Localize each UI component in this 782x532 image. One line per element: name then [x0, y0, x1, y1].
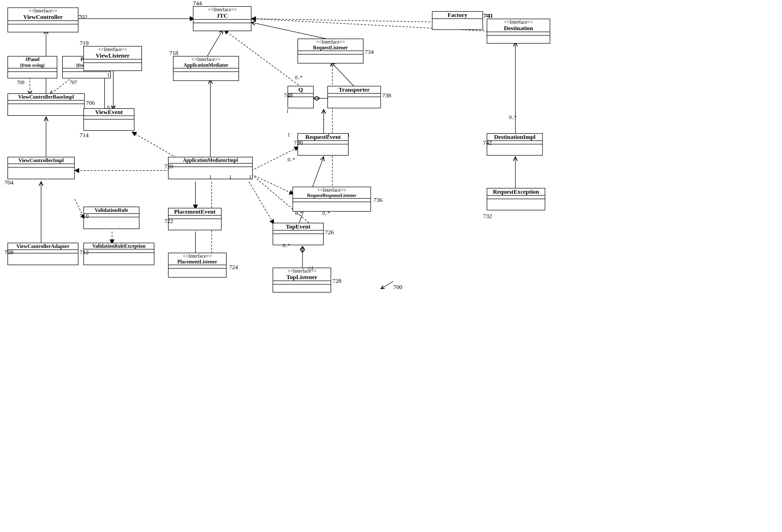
connections-layer: [0, 0, 782, 532]
AppMed-stereotype: <<Interface>>: [174, 57, 239, 62]
ViewListener-name: ViewListener: [84, 52, 141, 59]
multiplicity-0star-g: 0..*: [509, 114, 517, 120]
multiplicity-1f: 1: [347, 132, 350, 138]
PlacementEvent-name: PlacementEvent: [169, 208, 221, 215]
RequestException-name: RequestException: [487, 188, 545, 195]
multiplicity-0star-e: 0..*: [322, 210, 330, 216]
label-744: 744: [193, 0, 202, 7]
multiplicity-0star-f: 0..*: [283, 243, 290, 248]
ValidationRuleException-box: ValidationRuleException: [83, 243, 154, 265]
RequestEvent-name: RequestEvent: [298, 134, 348, 140]
TopEvent-name: TopEvent: [273, 223, 323, 230]
svg-line-3: [50, 77, 72, 95]
label-740: 740: [483, 12, 492, 19]
label-730: 730: [294, 139, 303, 146]
label-712: 712: [80, 249, 88, 256]
JPanel-box: JPanel(from swing): [7, 56, 57, 78]
ViewController-stereotype: <<Interface>>: [8, 8, 78, 14]
ViewControllerBaseImpl-name: ViewControllerBaseImpl: [8, 94, 84, 100]
multiplicity-diamond1: ◇1: [308, 265, 314, 271]
label-706: 706: [86, 100, 95, 106]
svg-line-21: [251, 174, 294, 194]
label-720: 720: [164, 163, 173, 170]
label-738: 738: [382, 92, 391, 99]
uml-diagram: <<Interface>> ViewController 702 JPanel(…: [0, 0, 782, 532]
multiplicity-1c: 1: [322, 108, 325, 114]
AppMedImpl-name: ApplicationMediatorImpl: [169, 157, 252, 163]
label-726: 726: [325, 229, 334, 236]
DestinationImpl-box: DestinationImpl: [487, 133, 543, 155]
label-718: 718: [169, 50, 178, 57]
ReqResListener-box: <<Interface>> RequestResponseListener: [292, 187, 371, 212]
Destination-name: Destination: [487, 25, 550, 32]
svg-line-26: [251, 19, 458, 23]
multiplicity-1e: 1: [327, 132, 330, 138]
ValidationRule-name: ValidationRule: [84, 207, 139, 213]
svg-line-11: [132, 132, 179, 159]
multiplicity-1b: 1: [286, 108, 289, 114]
multiplicity-1d: 1: [288, 132, 290, 138]
multiplicity-0star-d: 0..*: [295, 210, 303, 216]
label-722: 722: [164, 218, 173, 224]
label-719: 719: [80, 40, 88, 46]
TopListener-stereotype: <<Interface>>: [273, 268, 331, 274]
PlacementEvent-box: PlacementEvent: [168, 208, 222, 230]
multiplicity-1h: 1: [229, 174, 232, 180]
Transporter-box: Transporter: [327, 86, 381, 108]
label-742: 742: [483, 139, 492, 146]
multiplicity-1i: 1: [249, 174, 251, 180]
Transporter-name: Transporter: [328, 86, 381, 93]
Destination-stereotype: <<Interface>>: [487, 19, 550, 25]
label-704: 704: [4, 179, 13, 186]
svg-line-16: [331, 62, 355, 87]
RequestListener-box: <<Interface>> RequestListener: [297, 39, 363, 64]
Factory-box: Factory: [432, 11, 483, 30]
TopListener-name: TopListener: [273, 274, 331, 281]
ReqListener-stereotype: <<Interface>>: [298, 39, 363, 45]
label-736: 736: [374, 197, 382, 203]
ReqResListener-stereotype: <<Interface>>: [293, 187, 370, 193]
JPanel-name: JPanel(from swing): [8, 57, 57, 68]
label-702: 702: [78, 14, 87, 21]
ReqResListener-name: RequestResponseListener: [293, 193, 370, 198]
ReqListener-name: RequestListener: [298, 45, 363, 50]
PlacementListener-stereotype: <<Interface>>: [169, 253, 226, 259]
ViewListener-box: <<Interface>> ViewListener: [83, 46, 142, 71]
TopEvent-box: TopEvent: [273, 223, 324, 245]
ValidationRule-box: ValidationRule: [83, 207, 139, 229]
AppMed-name: ApplicationMediator: [174, 62, 239, 68]
PlacementListener-name: PlacementListener: [169, 259, 226, 264]
RequestException-box: RequestException: [487, 188, 545, 210]
label-707: 707: [70, 80, 77, 85]
PlacementListener-box: <<Interface>> PlacementListener: [168, 253, 226, 278]
ViewListener-stereotype: <<Interface>>: [84, 46, 141, 52]
ViewControllerAdapter-name: ViewControllerAdapter: [8, 243, 78, 249]
multiplicity-0star-b: 0..*: [295, 75, 303, 80]
ViewController-box: <<Interface>> ViewController: [7, 7, 78, 32]
label-748: 748: [284, 92, 293, 99]
TopListener-box: <<Interface>> TopListener: [273, 268, 331, 292]
ViewControllerImpl-name: ViewControllerImpl: [8, 157, 74, 164]
label-732: 732: [483, 213, 492, 220]
ViewControllerBaseImpl-box: ViewControllerBaseImpl: [7, 93, 85, 116]
multiplicity-0star-a: 0..*: [107, 105, 114, 110]
ViewController-name: ViewController: [8, 14, 78, 21]
svg-line-15: [251, 23, 331, 40]
svg-line-34: [381, 281, 393, 289]
JTC-box: <<Interface>> JTC: [193, 6, 251, 31]
JTC-name: JTC: [193, 12, 251, 19]
Factory-name: Factory: [432, 12, 483, 19]
ViewControllerAdapter-box: ViewControllerAdapter: [7, 243, 78, 265]
Destination-box: <<Interface>> Destination: [487, 19, 550, 43]
label-709: 709: [17, 80, 25, 85]
svg-line-8: [207, 30, 223, 57]
label-734: 734: [365, 48, 374, 55]
multiplicity-0star-c: 0..*: [288, 157, 295, 163]
ApplicationMediator-box: <<Interface>> ApplicationMediator: [173, 56, 239, 81]
ValidationRuleException-name: ValidationRuleException: [84, 243, 154, 249]
ref-arrow: [374, 274, 403, 294]
label-714: 714: [80, 132, 88, 139]
label-724: 724: [229, 264, 238, 271]
multiplicity-1a: 1: [107, 72, 110, 78]
JTC-stereotype: <<Interface>>: [193, 7, 251, 12]
